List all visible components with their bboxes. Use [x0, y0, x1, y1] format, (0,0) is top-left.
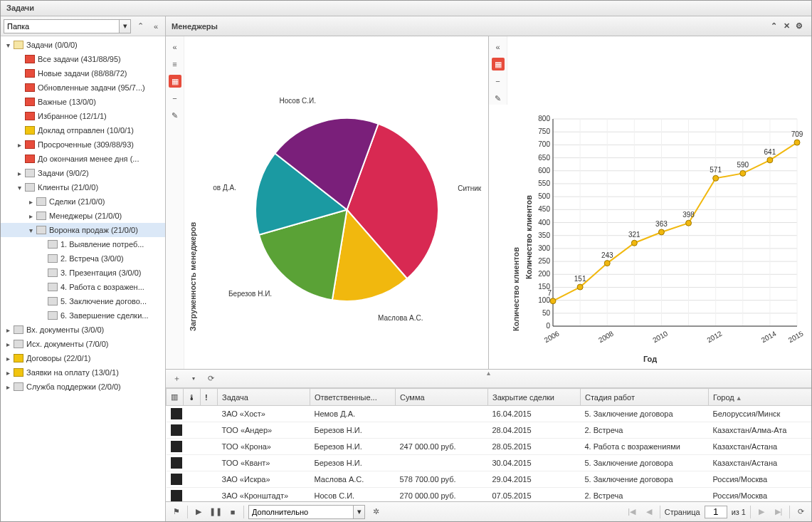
- folder-input[interactable]: [4, 20, 119, 33]
- last-page-icon[interactable]: ▶|: [772, 506, 785, 518]
- tree-node[interactable]: 6. Завершение сделки...: [1, 308, 165, 323]
- expand-icon[interactable]: [15, 83, 23, 92]
- expand-icon[interactable]: ▸: [4, 368, 12, 377]
- tree-node[interactable]: ▸Служба поддержки (2/0/0): [1, 380, 165, 394]
- tree-node[interactable]: ▸Заявки на оплату (13/0/1): [1, 365, 165, 380]
- expand-icon[interactable]: [15, 98, 23, 106]
- page-input[interactable]: [705, 506, 727, 518]
- tree-node[interactable]: 2. Встреча (3/0/0): [1, 251, 165, 266]
- column-header[interactable]: 🌡: [184, 389, 201, 406]
- column-header[interactable]: ▥: [167, 389, 184, 406]
- tree-node[interactable]: ▸Сделки (21/0/0): [1, 194, 165, 209]
- tree-node[interactable]: ▸Договоры (22/0/1): [1, 351, 165, 365]
- column-header[interactable]: !: [201, 389, 218, 406]
- collapse-left-icon[interactable]: «: [149, 20, 162, 33]
- expand-icon[interactable]: ▸: [4, 325, 12, 334]
- add-icon[interactable]: ＋: [170, 372, 183, 385]
- expand-icon[interactable]: [15, 126, 23, 135]
- expand-icon[interactable]: ▸: [4, 382, 12, 391]
- expand-icon[interactable]: [38, 254, 46, 263]
- expand-icon[interactable]: [38, 297, 46, 306]
- stop-icon[interactable]: ■: [226, 506, 239, 518]
- tree-node[interactable]: ▸Просроченные (309/88/93): [1, 137, 165, 152]
- folder-combo[interactable]: ▾: [4, 19, 131, 33]
- next-page-icon[interactable]: ▶: [755, 506, 768, 518]
- tree-node[interactable]: ▸Вх. документы (3/0/0): [1, 323, 165, 337]
- chevron-down-icon[interactable]: ▾: [119, 20, 130, 33]
- expand-icon[interactable]: [15, 112, 23, 120]
- column-header[interactable]: Задача: [218, 389, 310, 406]
- chevron-down-icon[interactable]: ▾: [353, 506, 364, 518]
- prev-page-icon[interactable]: ◀: [643, 506, 655, 518]
- collapse-up-icon[interactable]: ⌃: [767, 20, 780, 33]
- expand-icon[interactable]: ▸: [15, 140, 23, 149]
- expand-icon[interactable]: ▾: [4, 41, 12, 49]
- tree-node[interactable]: ▸Исх. документы (7/0/0): [1, 337, 165, 351]
- table-row[interactable]: ЗАО «Кронштадт»Носов С.И.270 000.00 руб.…: [167, 488, 812, 502]
- chart-icon[interactable]: ▦: [492, 58, 505, 71]
- expand-icon[interactable]: ▾: [15, 183, 23, 192]
- tree-node[interactable]: Все задачи (431/88/95): [1, 52, 165, 66]
- folder-tree[interactable]: ▾Задачи (0/0/0)Все задачи (431/88/95)Нов…: [1, 36, 165, 521]
- tree-node[interactable]: ▾Задачи (0/0/0): [1, 38, 165, 52]
- tree-node[interactable]: Избранное (12/1/1): [1, 109, 165, 123]
- collapse-left-icon[interactable]: «: [492, 41, 505, 53]
- first-page-icon[interactable]: |◀: [626, 506, 638, 518]
- table-row[interactable]: ТОО «Квант»Березов Н.И.30.04.20155. Закл…: [167, 455, 812, 471]
- expand-icon[interactable]: [38, 311, 46, 320]
- expand-icon[interactable]: [15, 69, 23, 78]
- table-row[interactable]: ТОО «Андер»Березов Н.И.28.04.20152. Встр…: [167, 422, 812, 439]
- edit-icon[interactable]: ✎: [169, 109, 181, 122]
- settings-nav-icon[interactable]: ✲: [369, 506, 382, 518]
- chart-icon[interactable]: ▦: [169, 75, 181, 88]
- refresh-icon[interactable]: ⟳: [204, 372, 217, 385]
- pause-icon[interactable]: ❚❚: [209, 506, 222, 518]
- expand-icon[interactable]: ▸: [15, 169, 23, 177]
- tree-node[interactable]: Новые задачи (88/88/72): [1, 66, 165, 80]
- expand-icon[interactable]: ▸: [26, 197, 35, 206]
- tree-node[interactable]: Важные (13/0/0): [1, 95, 165, 109]
- tree-node[interactable]: 1. Выявление потреб...: [1, 237, 165, 251]
- expand-up-icon[interactable]: ▴: [487, 369, 490, 377]
- chevron-down-icon[interactable]: ▾: [187, 372, 200, 385]
- column-header[interactable]: Закрытие сделки: [488, 389, 581, 406]
- table-row[interactable]: ЗАО «Искра»Маслова А.С.578 700.00 руб.29…: [167, 471, 812, 488]
- expand-icon[interactable]: ▸: [4, 340, 12, 348]
- extra-input[interactable]: [249, 506, 353, 518]
- column-header[interactable]: Ответственные...: [310, 389, 396, 406]
- column-header[interactable]: Сумма: [396, 389, 488, 406]
- table-row[interactable]: ТОО «Крона»Березов Н.И.247 000.00 руб.28…: [167, 439, 812, 455]
- tree-node[interactable]: Доклад отправлен (10/0/1): [1, 123, 165, 137]
- table-row[interactable]: ЗАО «Хост»Немов Д.А.16.04.20155. Заключе…: [167, 406, 812, 422]
- tree-node[interactable]: ▾Воронка продаж (21/0/0): [1, 223, 165, 237]
- refresh-icon[interactable]: ⟳: [794, 506, 807, 518]
- close-icon[interactable]: ✕: [780, 20, 793, 33]
- collapse-up-icon[interactable]: ⌃: [134, 20, 147, 33]
- expand-icon[interactable]: ▾: [26, 226, 35, 234]
- tree-node[interactable]: ▸Менеджеры (21/0/0): [1, 209, 165, 223]
- column-header[interactable]: Стадия работ: [581, 389, 709, 406]
- expand-icon[interactable]: [15, 155, 23, 163]
- expand-icon[interactable]: ▸: [26, 212, 35, 220]
- expand-icon[interactable]: [38, 283, 46, 291]
- play-icon[interactable]: ▶: [192, 506, 205, 518]
- data-grid[interactable]: ▥🌡!ЗадачаОтветственные...СуммаЗакрытие с…: [166, 388, 811, 501]
- tree-node[interactable]: ▾Клиенты (21/0/0): [1, 180, 165, 194]
- collapse-left-icon[interactable]: «: [169, 41, 181, 53]
- expand-icon[interactable]: [38, 240, 46, 249]
- expand-icon[interactable]: ▸: [4, 354, 12, 362]
- column-header[interactable]: Город▲: [709, 389, 812, 406]
- tree-node[interactable]: 4. Работа с возражен...: [1, 280, 165, 294]
- tree-node[interactable]: Обновленные задачи (95/7...): [1, 80, 165, 95]
- edit-icon[interactable]: ✎: [492, 92, 505, 105]
- list-icon[interactable]: ≡: [169, 58, 181, 71]
- minus-icon[interactable]: −: [492, 75, 505, 88]
- tree-node[interactable]: До окончания менее дня (...: [1, 152, 165, 166]
- extra-combo[interactable]: ▾: [248, 505, 365, 519]
- flag-icon[interactable]: ⚑: [170, 506, 183, 518]
- tree-node[interactable]: 5. Заключение догово...: [1, 294, 165, 308]
- gear-icon[interactable]: ⚙: [793, 20, 806, 33]
- expand-icon[interactable]: [38, 268, 46, 277]
- tree-node[interactable]: ▸Задачи (9/0/2): [1, 166, 165, 180]
- minus-icon[interactable]: −: [169, 92, 181, 105]
